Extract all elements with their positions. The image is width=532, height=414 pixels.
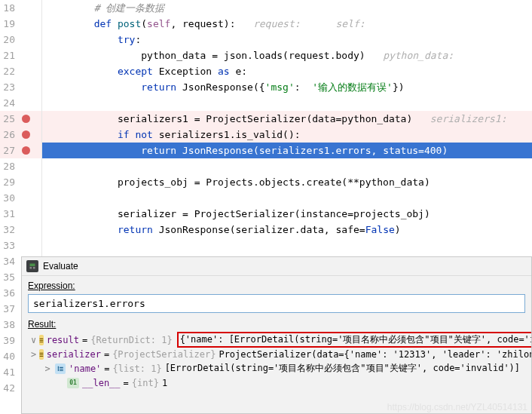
line-number: 41 — [0, 364, 18, 380]
breakpoint-gutter[interactable] — [18, 143, 33, 158]
code-line[interactable]: 30 — [0, 190, 532, 206]
line-number: 18 — [0, 0, 18, 16]
code-line[interactable]: 28 — [0, 158, 532, 174]
breakpoint-gutter[interactable] — [18, 238, 33, 253]
code-content[interactable]: serializers1 = ProjectSerializer(data=py… — [42, 111, 532, 127]
breakpoint-gutter[interactable] — [18, 95, 33, 111]
line-number: 27 — [0, 143, 18, 158]
code-line[interactable]: 20 try: — [0, 32, 532, 48]
code-line[interactable]: 27 return JsonResponse(serializers1.erro… — [0, 143, 532, 158]
breakpoint-icon[interactable] — [22, 115, 30, 123]
code-content[interactable]: return JsonResponse(serializer.data, saf… — [42, 222, 532, 238]
fold-gutter — [33, 143, 42, 158]
popup-header[interactable]: Evaluate — [22, 257, 531, 276]
code-content[interactable]: projects_obj = Projects.objects.create(*… — [42, 174, 532, 190]
code-line[interactable]: 23 return JsonResponse({'msg': '输入的数据有误'… — [0, 79, 532, 95]
code-line[interactable]: 22 except Exception as e: — [0, 63, 532, 79]
breakpoint-gutter[interactable] — [18, 79, 33, 95]
code-content[interactable] — [42, 190, 532, 206]
fold-gutter — [33, 48, 42, 63]
code-line[interactable]: 26 if not serializers1.is_valid(): — [0, 127, 532, 143]
code-line[interactable]: 19 def post(self, request): request: sel… — [0, 16, 532, 32]
line-number: 39 — [0, 333, 18, 348]
result-tree[interactable]: ∨≡result = {ReturnDict: 1} {'name': [Err… — [28, 333, 525, 390]
var-type: {ProjectSerializer} — [112, 349, 216, 360]
breakpoint-gutter[interactable] — [18, 32, 33, 48]
var-name: result — [47, 335, 79, 345]
tree-row[interactable]: >≡serializer = {ProjectSerializer} Proje… — [28, 347, 525, 361]
breakpoint-icon[interactable] — [22, 130, 30, 139]
line-number: 21 — [0, 48, 18, 63]
fold-gutter — [33, 190, 42, 206]
line-number: 28 — [0, 158, 18, 174]
code-line[interactable]: 29 projects_obj = Projects.objects.creat… — [0, 174, 532, 190]
line-number: 26 — [0, 127, 18, 143]
breakpoint-gutter[interactable] — [18, 0, 33, 16]
breakpoint-icon[interactable] — [22, 146, 30, 155]
code-content[interactable]: python_data = json.loads(request.body) p… — [42, 48, 532, 63]
fold-gutter — [33, 0, 42, 16]
code-line[interactable]: 33 — [0, 238, 532, 253]
breakpoint-gutter[interactable] — [18, 16, 33, 32]
code-content[interactable]: # 创建一条数据 — [42, 0, 532, 16]
line-number: 24 — [0, 95, 18, 111]
expression-label: Expression: — [28, 281, 525, 291]
line-number: 42 — [0, 380, 18, 396]
breakpoint-gutter[interactable] — [18, 222, 33, 238]
chevron-right-icon[interactable]: > — [31, 349, 36, 360]
code-content[interactable]: serializer = ProjectSerializer(instance=… — [42, 206, 532, 222]
fold-gutter — [33, 158, 42, 174]
fold-gutter — [33, 238, 42, 253]
breakpoint-gutter[interactable] — [18, 48, 33, 63]
code-content[interactable]: try: — [42, 32, 532, 48]
breakpoint-gutter[interactable] — [18, 174, 33, 190]
line-number: 30 — [0, 190, 18, 206]
fold-gutter — [33, 63, 42, 79]
code-content[interactable]: def post(self, request): request: self: — [42, 16, 532, 32]
var-value: [ErrorDetail(string='项目名称中必须包含"项目"关键字', … — [165, 362, 520, 375]
chevron-down-icon[interactable]: ∨ — [31, 335, 36, 345]
breakpoint-gutter[interactable] — [18, 206, 33, 222]
breakpoint-gutter[interactable] — [18, 158, 33, 174]
code-line[interactable]: 18 # 创建一条数据 — [0, 0, 532, 16]
breakpoint-gutter[interactable] — [18, 63, 33, 79]
tree-row[interactable]: >⁞≡'name' = {list: 1} [ErrorDetail(strin… — [28, 361, 525, 376]
code-line[interactable]: 31 serializer = ProjectSerializer(instan… — [0, 206, 532, 222]
line-number: 23 — [0, 79, 18, 95]
expression-input[interactable] — [28, 294, 525, 313]
breakpoint-gutter[interactable] — [18, 111, 33, 127]
tree-row[interactable]: ∨≡result = {ReturnDict: 1} {'name': [Err… — [28, 333, 525, 347]
chevron-right-icon[interactable]: > — [43, 363, 52, 374]
evaluate-popup: Evaluate Expression: Result: ∨≡result = … — [21, 256, 532, 414]
code-line[interactable]: 32 return JsonResponse(serializer.data, … — [0, 222, 532, 238]
line-number: 38 — [0, 317, 18, 333]
breakpoint-gutter[interactable] — [18, 127, 33, 143]
code-content[interactable]: except Exception as e: — [42, 63, 532, 79]
code-content[interactable]: return JsonResponse(serializers1.errors,… — [42, 143, 532, 158]
tree-row[interactable]: 01__len__ = {int} 1 — [28, 376, 525, 390]
line-number: 20 — [0, 32, 18, 48]
var-type: {int} — [132, 378, 159, 388]
popup-title: Evaluate — [43, 261, 78, 271]
line-number: 25 — [0, 111, 18, 127]
var-value: ProjectSerializer(data={'name': '12313',… — [219, 349, 531, 360]
var-type: {ReturnDict: 1} — [90, 335, 172, 345]
code-line[interactable]: 25 serializers1 = ProjectSerializer(data… — [0, 111, 532, 127]
line-number: 40 — [0, 348, 18, 364]
fold-gutter — [33, 222, 42, 238]
type-icon: 01 — [67, 378, 79, 388]
code-content[interactable] — [42, 158, 532, 174]
code-content[interactable] — [42, 95, 532, 111]
code-line[interactable]: 24 — [0, 95, 532, 111]
line-number: 37 — [0, 301, 18, 317]
var-name: __len__ — [82, 378, 121, 388]
code-content[interactable]: return JsonResponse({'msg': '输入的数据有误'}) — [42, 79, 532, 95]
svg-rect-1 — [30, 264, 35, 267]
highlighted-value: {'name': [ErrorDetail(string='项目名称中必须包含"… — [177, 332, 531, 348]
code-content[interactable]: if not serializers1.is_valid(): — [42, 127, 532, 143]
fold-gutter — [33, 79, 42, 95]
breakpoint-gutter[interactable] — [18, 190, 33, 206]
code-line[interactable]: 21 python_data = json.loads(request.body… — [0, 48, 532, 63]
line-number: 32 — [0, 222, 18, 238]
fold-gutter — [33, 206, 42, 222]
